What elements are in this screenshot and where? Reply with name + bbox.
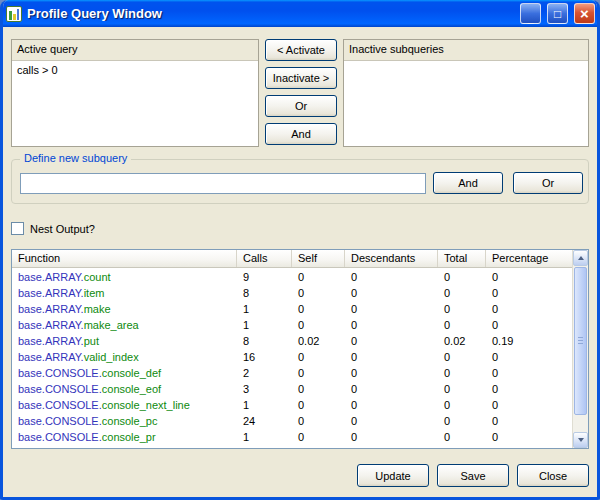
scroll-up-button[interactable] bbox=[573, 250, 588, 266]
total-cell: 0 bbox=[438, 317, 486, 333]
total-cell: 0 bbox=[438, 365, 486, 381]
window-title: Profile Query Window bbox=[27, 6, 514, 21]
descendants-cell: 0 bbox=[345, 285, 438, 301]
calls-cell: 3 bbox=[237, 381, 292, 397]
column-header-total[interactable]: Total bbox=[438, 250, 486, 267]
self-cell: 0 bbox=[292, 301, 345, 317]
nest-output-label: Nest Output? bbox=[30, 223, 95, 235]
minimize-button[interactable]: _ bbox=[520, 3, 541, 24]
total-cell: 0 bbox=[438, 381, 486, 397]
percentage-cell: 0 bbox=[486, 301, 572, 317]
maximize-button[interactable]: □ bbox=[547, 3, 568, 24]
descendants-cell: 0 bbox=[345, 429, 438, 445]
self-cell: 0 bbox=[292, 429, 345, 445]
table-row[interactable]: base.CONSOLE.console_next_line10000 bbox=[12, 397, 572, 413]
percentage-cell: 0 bbox=[486, 381, 572, 397]
table-header: Function Calls Self Descendants Total Pe… bbox=[12, 250, 588, 268]
subquery-and-button[interactable]: And bbox=[433, 172, 503, 194]
close-button[interactable]: × bbox=[574, 3, 595, 24]
function-cell: base.ARRAY.item bbox=[12, 285, 237, 301]
function-cell: base.ARRAY.make bbox=[12, 301, 237, 317]
total-cell: 0 bbox=[438, 397, 486, 413]
inactivate-button[interactable]: Inactivate > bbox=[265, 67, 337, 89]
table-row[interactable]: base.CONSOLE.console_pc240000 bbox=[12, 413, 572, 429]
descendants-cell: 0 bbox=[345, 269, 438, 285]
table-row[interactable]: base.ARRAY.put80.0200.020.19 bbox=[12, 333, 572, 349]
self-cell: 0 bbox=[292, 269, 345, 285]
close-dialog-button[interactable]: Close bbox=[517, 464, 589, 487]
active-query-list[interactable]: calls > 0 bbox=[12, 60, 258, 146]
column-header-descendants[interactable]: Descendants bbox=[345, 250, 438, 267]
nest-output-checkbox[interactable] bbox=[11, 222, 24, 235]
table-row[interactable]: base.ARRAY.count90000 bbox=[12, 269, 572, 285]
calls-cell: 8 bbox=[237, 285, 292, 301]
column-header-function[interactable]: Function bbox=[12, 250, 237, 267]
descendants-cell: 0 bbox=[345, 381, 438, 397]
titlebar[interactable]: Profile Query Window _ □ × bbox=[0, 0, 600, 27]
total-cell: 0 bbox=[438, 349, 486, 365]
table-row[interactable]: base.ARRAY.make10000 bbox=[12, 301, 572, 317]
calls-cell: 2 bbox=[237, 365, 292, 381]
table-row[interactable]: base.CONSOLE.console_pr10000 bbox=[12, 429, 572, 445]
total-cell: 0 bbox=[438, 269, 486, 285]
function-cell: base.CONSOLE.console_pc bbox=[12, 413, 237, 429]
scroll-down-icon bbox=[578, 438, 584, 442]
profile-query-window: Profile Query Window _ □ × Active query … bbox=[0, 0, 600, 500]
percentage-cell: 0 bbox=[486, 349, 572, 365]
function-cell: base.CONSOLE.console_eof bbox=[12, 381, 237, 397]
calls-cell: 9 bbox=[237, 269, 292, 285]
table-row[interactable]: base.ARRAY.make_area10000 bbox=[12, 317, 572, 333]
table-row[interactable]: base.CONSOLE.console_eof30000 bbox=[12, 381, 572, 397]
minimize-icon: _ bbox=[527, 14, 533, 22]
calls-cell: 1 bbox=[237, 301, 292, 317]
total-cell: 0 bbox=[438, 429, 486, 445]
total-cell: 0 bbox=[438, 301, 486, 317]
activate-button[interactable]: < Activate bbox=[265, 39, 337, 61]
define-subquery-groupbox: Define new subquery And Or bbox=[11, 159, 589, 204]
inactive-subqueries-panel: Inactive subqueries bbox=[343, 39, 589, 147]
table-row[interactable]: base.CONSOLE.console_def20000 bbox=[12, 365, 572, 381]
inactive-subqueries-label: Inactive subqueries bbox=[344, 40, 588, 59]
percentage-cell: 0 bbox=[486, 397, 572, 413]
and-button[interactable]: And bbox=[265, 123, 337, 145]
save-button[interactable]: Save bbox=[437, 464, 509, 487]
self-cell: 0 bbox=[292, 317, 345, 333]
calls-cell: 1 bbox=[237, 317, 292, 333]
column-header-self[interactable]: Self bbox=[292, 250, 345, 267]
active-query-panel: Active query calls > 0 bbox=[11, 39, 259, 147]
calls-cell: 16 bbox=[237, 349, 292, 365]
self-cell: 0 bbox=[292, 413, 345, 429]
subquery-or-button[interactable]: Or bbox=[513, 172, 583, 194]
function-cell: base.ARRAY.put bbox=[12, 333, 237, 349]
column-header-calls[interactable]: Calls bbox=[237, 250, 292, 267]
or-button[interactable]: Or bbox=[265, 95, 337, 117]
descendants-cell: 0 bbox=[345, 397, 438, 413]
descendants-cell: 0 bbox=[345, 413, 438, 429]
percentage-cell: 0 bbox=[486, 269, 572, 285]
inactive-subqueries-list[interactable] bbox=[344, 60, 588, 146]
app-icon bbox=[6, 6, 22, 22]
total-cell: 0 bbox=[438, 413, 486, 429]
total-cell: 0.02 bbox=[438, 333, 486, 349]
subquery-input[interactable] bbox=[20, 173, 426, 194]
update-button[interactable]: Update bbox=[357, 464, 429, 487]
scrollbar-thumb[interactable] bbox=[574, 267, 587, 415]
table-row[interactable]: base.ARRAY.valid_index160000 bbox=[12, 349, 572, 365]
function-cell: base.ARRAY.count bbox=[12, 269, 237, 285]
percentage-cell: 0.19 bbox=[486, 333, 572, 349]
self-cell: 0 bbox=[292, 365, 345, 381]
scroll-down-button[interactable] bbox=[573, 432, 588, 448]
descendants-cell: 0 bbox=[345, 301, 438, 317]
vertical-scrollbar[interactable] bbox=[572, 250, 588, 448]
scroll-up-icon bbox=[578, 256, 584, 260]
percentage-cell: 0 bbox=[486, 429, 572, 445]
active-query-item[interactable]: calls > 0 bbox=[12, 61, 258, 79]
percentage-cell: 0 bbox=[486, 413, 572, 429]
descendants-cell: 0 bbox=[345, 365, 438, 381]
calls-cell: 1 bbox=[237, 429, 292, 445]
nest-output-row[interactable]: Nest Output? bbox=[11, 222, 95, 235]
thumb-grip-icon bbox=[578, 337, 583, 345]
table-row[interactable]: base.ARRAY.item80000 bbox=[12, 285, 572, 301]
function-cell: base.CONSOLE.console_next_line bbox=[12, 397, 237, 413]
function-cell: base.CONSOLE.console_pr bbox=[12, 429, 237, 445]
